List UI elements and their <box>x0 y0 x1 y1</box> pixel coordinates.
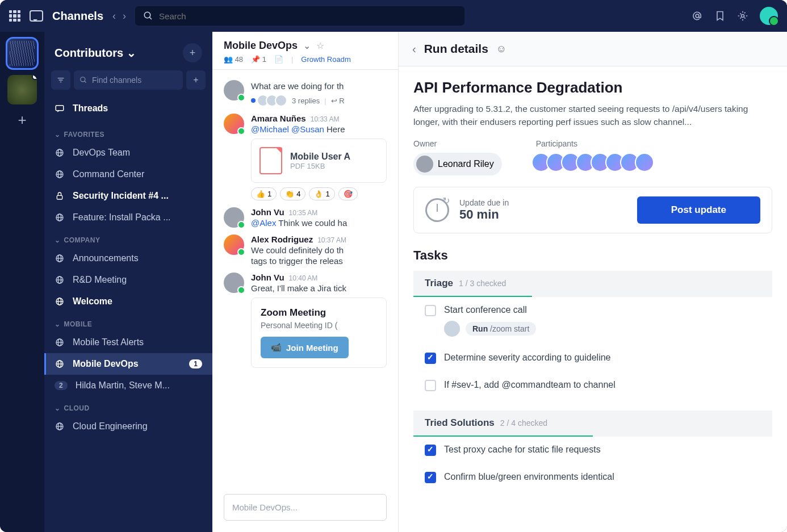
dm-count-badge: 2 <box>55 381 68 390</box>
sidebar-item-mobile-devops[interactable]: Mobile DevOps1 <box>44 353 212 375</box>
pins-count[interactable]: 📌 1 <box>251 55 266 64</box>
avatar <box>224 114 244 134</box>
settings-icon[interactable] <box>737 10 748 22</box>
chat-icon <box>30 10 43 22</box>
svg-point-0 <box>144 12 150 18</box>
svg-point-4 <box>696 14 699 18</box>
team-switcher-2[interactable] <box>7 75 37 104</box>
user-avatar[interactable] <box>760 7 778 25</box>
search-icon <box>143 11 153 21</box>
nav-back-icon[interactable]: ‹ <box>112 10 116 22</box>
checkbox[interactable] <box>425 472 436 483</box>
find-channels-input[interactable]: Find channels <box>74 70 183 90</box>
checkbox[interactable] <box>425 353 436 364</box>
post-update-button[interactable]: Post update <box>637 196 760 224</box>
task-section-triage[interactable]: Triage 1 / 3 checked <box>413 271 772 297</box>
section-favorites[interactable]: ⌄FAVORITES <box>44 123 212 142</box>
emoji-icon[interactable]: ☺ <box>496 43 506 55</box>
reply-icon[interactable]: ↩ R <box>331 97 345 105</box>
sidebar-item-cloud-engineering[interactable]: Cloud Engineering <box>44 416 212 437</box>
zoom-title: Zoom Meeting <box>261 307 377 319</box>
mention[interactable]: @Susan <box>291 124 324 134</box>
section-mobile[interactable]: ⌄MOBILE <box>44 312 212 332</box>
message[interactable]: Amara Nuñes10:33 AM @Michael @Susan Here… <box>212 110 398 204</box>
topbar: Channels ‹ › <box>0 0 787 32</box>
reaction[interactable]: 🎯 <box>338 187 358 200</box>
sidebar: Contributors ⌄ + Find channels + Threads… <box>44 32 212 532</box>
pdf-icon <box>259 147 282 174</box>
reaction[interactable]: 👍1 <box>251 187 277 200</box>
task-item[interactable]: If #sev-1, add @commandteam to channel <box>413 372 772 399</box>
attachment-card[interactable]: Mobile User APDF 15KB <box>251 139 387 183</box>
reaction[interactable]: 👌1 <box>309 187 334 200</box>
checkbox[interactable] <box>425 305 436 316</box>
sidebar-item-announcements[interactable]: Announcements <box>44 248 212 269</box>
message[interactable]: John Vu10:35 AM @Alex Think we could ha <box>212 204 398 231</box>
unread-badge: 1 <box>189 359 202 368</box>
message[interactable]: Alex Rodriguez10:37 AM We could definite… <box>212 231 398 269</box>
members-count[interactable]: 👥 48 <box>224 55 243 64</box>
sidebar-item-devops-team[interactable]: DevOps Team <box>44 142 212 164</box>
filter-button[interactable] <box>51 70 70 90</box>
task-section-tried-solutions[interactable]: Tried Solutions 2 / 4 checked <box>413 410 772 437</box>
add-channel-button[interactable]: + <box>186 70 206 90</box>
participants-list[interactable] <box>536 153 654 172</box>
task-item[interactable]: Test proxy cache for static file request… <box>413 437 772 464</box>
globe-icon <box>55 253 65 263</box>
add-team-button[interactable]: + <box>18 111 26 129</box>
svg-point-9 <box>81 77 85 82</box>
doc-icon[interactable]: 📄 <box>274 55 283 64</box>
sidebar-item-mobile-test-alerts[interactable]: Mobile Test Alerts <box>44 332 212 353</box>
team-name[interactable]: Contributors ⌄ <box>55 46 136 60</box>
globe-icon <box>55 296 65 307</box>
sidebar-item-feature-install[interactable]: Feature: Install Packa ... <box>44 207 212 228</box>
svg-rect-19 <box>57 195 62 199</box>
avatar <box>416 156 433 173</box>
message[interactable]: What are we doing for th 3 replies | ↩ R <box>212 77 398 110</box>
run-chip[interactable]: Run /zoom start <box>466 322 536 336</box>
sidebar-item-command-center[interactable]: Command Center <box>44 164 212 185</box>
update-due-label: Update due in <box>459 198 627 207</box>
sidebar-item-dm-hilda-steve[interactable]: 2Hilda Martin, Steve M... <box>44 375 212 396</box>
svg-line-10 <box>85 81 86 83</box>
star-icon[interactable]: ☆ <box>316 40 324 51</box>
zoom-subtitle: Personal Meeting ID ( <box>261 321 377 330</box>
mention[interactable]: @Alex <box>251 218 276 228</box>
compose-input[interactable]: Mobile DevOps... <box>224 494 387 521</box>
search-input-wrap[interactable] <box>135 6 464 26</box>
join-meeting-button[interactable]: 📹Join Meeting <box>261 337 349 358</box>
threads-link[interactable]: Threads <box>44 98 212 119</box>
chevron-down-icon[interactable]: ⌄ <box>303 40 311 51</box>
lock-icon <box>55 191 65 201</box>
avatar <box>224 207 244 228</box>
reaction[interactable]: 👏4 <box>280 187 305 200</box>
task-item[interactable]: Determine severity according to guidelin… <box>413 345 772 372</box>
task-item[interactable]: Start conference call Run /zoom start <box>413 297 772 345</box>
apps-grid-icon[interactable] <box>9 10 20 22</box>
search-input[interactable] <box>159 11 457 21</box>
checkbox[interactable] <box>425 445 436 456</box>
owner-chip[interactable]: Leonard Riley <box>413 153 502 175</box>
replies-count[interactable]: 3 replies <box>292 97 320 105</box>
nav-forward-icon[interactable]: › <box>123 10 126 22</box>
avatar <box>444 321 460 337</box>
tasks-heading: Tasks <box>413 248 772 263</box>
mention[interactable]: @Michael <box>251 124 289 134</box>
section-cloud[interactable]: ⌄CLOUD <box>44 396 212 416</box>
new-button[interactable]: + <box>183 43 202 62</box>
channel-title[interactable]: Mobile DevOps <box>224 40 298 52</box>
mentions-icon[interactable] <box>692 10 703 22</box>
back-button[interactable]: ‹ <box>412 43 416 56</box>
update-due-time: 50 min <box>459 207 627 222</box>
team-switcher-1[interactable] <box>7 39 37 68</box>
bookmark-icon[interactable] <box>714 10 726 22</box>
message[interactable]: John Vu10:40 AM Great, I'll make a Jira … <box>212 269 398 371</box>
task-item[interactable]: Confirm blue/green environments identica… <box>413 464 772 491</box>
globe-icon <box>55 169 65 179</box>
section-company[interactable]: ⌄COMPANY <box>44 228 212 248</box>
sidebar-item-security-incident[interactable]: Security Incident #4 ... <box>44 185 212 207</box>
header-link[interactable]: Growth Roadm <box>301 55 350 64</box>
sidebar-item-welcome[interactable]: Welcome <box>44 291 212 312</box>
checkbox[interactable] <box>425 380 436 391</box>
sidebar-item-rd-meeting[interactable]: R&D Meeting <box>44 269 212 291</box>
